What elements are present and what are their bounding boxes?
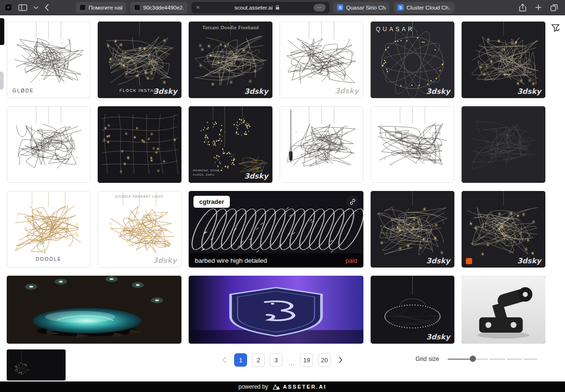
tab-label: scout.asseter.ai bbox=[235, 5, 273, 11]
link-icon bbox=[350, 199, 356, 205]
thumbnail-td bbox=[371, 191, 454, 268]
thumb-label: GLØDE bbox=[12, 88, 34, 93]
paid-badge: paid bbox=[345, 257, 357, 264]
thumbnail-rod bbox=[280, 107, 363, 182]
source-chip: cgtrader bbox=[193, 196, 230, 208]
thumbnail-msi bbox=[189, 276, 363, 344]
grid-item[interactable]: Terzani Doodle Freehand3dsky bbox=[189, 22, 272, 98]
thumb-label: Terzani Doodle Freehand bbox=[189, 25, 272, 30]
grid-item[interactable] bbox=[371, 106, 454, 183]
left-edge-handle[interactable] bbox=[0, 72, 3, 89]
new-tab-button[interactable] bbox=[535, 4, 542, 11]
slider-tick bbox=[522, 358, 524, 360]
close-tab-icon[interactable]: ✕ bbox=[195, 4, 201, 11]
filter-button[interactable] bbox=[549, 22, 562, 34]
grid-item[interactable]: GLØDE bbox=[7, 22, 90, 98]
thumbnail-query bbox=[7, 349, 66, 381]
caption-text: barbed wire high detailed bbox=[195, 257, 340, 264]
tab-favicon: S bbox=[337, 4, 343, 11]
results-grid: GLØDEFLOCK INSTALL3dskyTerzani Doodle Fr… bbox=[7, 22, 545, 344]
tab-options-icon[interactable]: ⋯ bbox=[314, 4, 326, 11]
grid-item[interactable]: QUASAR3dsky bbox=[371, 22, 454, 98]
pagination-ellipsis: … bbox=[288, 359, 294, 367]
thumbnail-tl bbox=[7, 107, 90, 182]
share-button[interactable] bbox=[519, 3, 527, 12]
toolbar-left bbox=[5, 4, 49, 11]
corner-logo-icon bbox=[466, 258, 472, 264]
watermark-3dsky: 3dsky bbox=[244, 172, 268, 180]
asseter-logo-icon bbox=[273, 384, 280, 390]
sidebar-menu-button[interactable] bbox=[34, 6, 38, 9]
grid-item[interactable] bbox=[462, 276, 545, 344]
watermark-3dsky: 3dsky bbox=[426, 87, 450, 96]
grid-item[interactable] bbox=[189, 276, 363, 344]
tab-label: Cluster Cloud Ch… bbox=[407, 5, 451, 11]
thumb-label: QUASAR bbox=[376, 26, 415, 33]
grid-item[interactable]: DOODLE PENDANT LIGHT3dsky bbox=[98, 191, 181, 268]
watermark-3dsky: 3dsky bbox=[153, 87, 177, 96]
tab[interactable]: 90c3dde4490e2… bbox=[130, 2, 188, 13]
back-button[interactable] bbox=[45, 4, 49, 11]
tab-active[interactable]: ✕scout.asseter.ai⋯ bbox=[192, 2, 329, 13]
grid-item[interactable] bbox=[7, 106, 90, 183]
page-button-3[interactable]: 3 bbox=[270, 353, 282, 367]
watermark-3dsky: 3dsky bbox=[244, 87, 268, 96]
thumbnail-tl bbox=[371, 107, 454, 182]
grid-item[interactable]: 3dsky bbox=[462, 22, 545, 98]
tab[interactable]: SCluster Cloud Ch… bbox=[394, 2, 455, 13]
slider-tick bbox=[505, 358, 507, 360]
thumbnail-quasar bbox=[371, 22, 454, 98]
prev-page-button[interactable] bbox=[219, 356, 229, 364]
tabs-overview-icon bbox=[550, 4, 558, 11]
grid-item[interactable]: 3dsky bbox=[371, 276, 454, 344]
share-icon bbox=[519, 3, 527, 12]
page-button-1[interactable]: 1 bbox=[234, 353, 247, 367]
left-edge-panel bbox=[0, 18, 4, 45]
pagination: 123…1920 bbox=[219, 353, 346, 367]
watermark-3dsky: 3dsky bbox=[62, 256, 86, 265]
watermark-3dsky: 3dsky bbox=[517, 257, 541, 265]
footer-bar: powered by ASSETER.AI bbox=[0, 381, 565, 392]
sidebar-toggle-button[interactable] bbox=[18, 4, 27, 11]
thumbnail-hinge bbox=[462, 276, 545, 344]
grid-item[interactable]: 3dsky bbox=[371, 191, 454, 268]
slider-knob[interactable] bbox=[470, 356, 476, 362]
asseter-brand[interactable]: ASSETER.AI bbox=[273, 384, 327, 390]
tab[interactable]: SQuasar Sirio Cha… bbox=[333, 2, 390, 13]
page-button-19[interactable]: 19 bbox=[300, 353, 313, 367]
powered-by-label: powered by bbox=[238, 383, 268, 390]
grid-item[interactable] bbox=[462, 106, 545, 183]
next-page-button[interactable] bbox=[336, 356, 346, 364]
tab-label: 90c3dde4490e2… bbox=[143, 5, 184, 11]
grid-size-slider[interactable] bbox=[448, 356, 537, 362]
filter-icon bbox=[551, 23, 560, 33]
thumbnail-td bbox=[462, 22, 545, 98]
grid-item[interactable]: 3dsky bbox=[462, 191, 545, 268]
grid-item[interactable]: 3dsky bbox=[280, 22, 363, 98]
slider-tick bbox=[488, 358, 490, 360]
thumb-label: DOODLE PENDANT LIGHT bbox=[98, 195, 181, 198]
page-button-2[interactable]: 2 bbox=[252, 353, 265, 367]
query-image-preview[interactable] bbox=[7, 349, 66, 381]
page-button-20[interactable]: 20 bbox=[318, 353, 331, 367]
grid-item[interactable] bbox=[280, 106, 363, 183]
caption-bar: barbed wire high detailedpaid bbox=[189, 253, 363, 268]
record-indicator-icon[interactable] bbox=[5, 4, 12, 11]
tab-favicon bbox=[79, 4, 86, 11]
grid-item[interactable]: DOODLE3dsky bbox=[7, 191, 90, 268]
tab[interactable]: Помогите найти… bbox=[76, 2, 126, 13]
tab-overview-button[interactable] bbox=[550, 4, 558, 11]
watermark-3dsky: 3dsky bbox=[153, 256, 177, 265]
plus-icon bbox=[535, 4, 542, 11]
thumb-label: RAIMOND, DONE, FLOCK, ZAFU bbox=[193, 168, 221, 177]
chevron-down-icon bbox=[34, 6, 38, 9]
grid-item[interactable] bbox=[98, 106, 181, 183]
thumbnail-td bbox=[462, 191, 545, 268]
open-link-button[interactable] bbox=[346, 195, 359, 208]
grid-item[interactable]: cgtraderbarbed wire high detailedpaid bbox=[189, 191, 363, 268]
page-content: GLØDEFLOCK INSTALL3dskyTerzani Doodle Fr… bbox=[0, 15, 565, 381]
grid-item[interactable]: FLOCK INSTALL3dsky bbox=[98, 22, 181, 98]
thumbnail-td bbox=[189, 22, 272, 98]
grid-item[interactable]: RAIMOND, DONE, FLOCK, ZAFU3dsky bbox=[189, 106, 272, 183]
grid-item[interactable] bbox=[7, 276, 181, 344]
